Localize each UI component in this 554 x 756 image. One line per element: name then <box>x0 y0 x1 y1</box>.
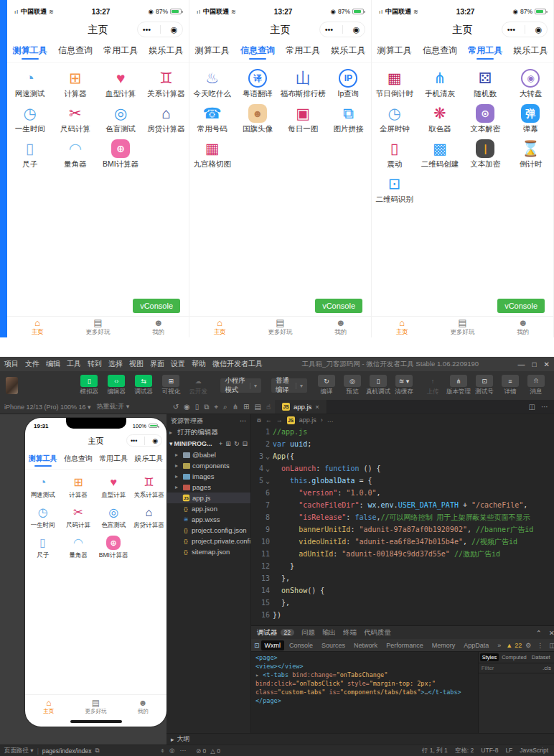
outline-section[interactable]: ▸ 大纲 <box>166 733 554 745</box>
grid-item-节日倒计时[interactable]: ▦节日倒计时 <box>372 66 417 101</box>
devtools-tab-AppData[interactable]: AppData <box>460 640 492 650</box>
详情-button[interactable]: ≡详情 <box>498 375 522 396</box>
wxml-line[interactable]: ▸ <t-tabs bind:change="onTabsChange" bin… <box>255 671 474 696</box>
grid-item-尺码计算[interactable]: ✂尺码计算 <box>60 503 95 533</box>
sim-tool-icon-4[interactable]: ⌖ <box>214 403 218 411</box>
grid-item-尺子[interactable]: ▯尺子 <box>25 533 60 563</box>
new-file-icon[interactable]: + <box>219 440 222 447</box>
device-selector[interactable]: iPhone 12/13 (Pro) 100% 16 ▾ <box>4 403 91 411</box>
wxml-line[interactable]: <page> <box>255 653 474 662</box>
sim-tool-icon-6[interactable]: ⋔ <box>233 403 238 411</box>
grid-item-二维码识别[interactable]: ⊡二维码识别 <box>372 172 417 207</box>
sim-tool-icon-5[interactable]: ⌕ <box>223 403 227 411</box>
grid-item-常用号码[interactable]: ☎常用号码 <box>189 101 235 136</box>
close-button[interactable]: ✕ <box>544 360 550 368</box>
menu-文件[interactable]: 文件 <box>25 359 39 369</box>
menu-capsule[interactable]: •••◉ <box>319 22 365 37</box>
模拟器-button[interactable]: ▯模拟器 <box>77 375 101 396</box>
grid-item-震动[interactable]: ▯震动 <box>372 136 417 172</box>
forward-icon[interactable]: → <box>276 416 283 424</box>
grid-item-大转盘[interactable]: ◉大转盘 <box>508 66 553 101</box>
tab-常用工具[interactable]: 常用工具 <box>98 42 144 62</box>
close-icon[interactable]: × <box>315 403 319 411</box>
sim-tool-icon-7[interactable]: ⊞ <box>243 403 249 411</box>
menu-设置[interactable]: 设置 <box>171 359 185 369</box>
current-page-path[interactable]: pages/index/index <box>42 747 92 755</box>
panel-tab-输出[interactable]: 输出 <box>322 628 336 638</box>
wxml-tree[interactable]: <page> <view></view>▸ <t-tabs bind:chang… <box>251 652 479 733</box>
devtools-tab-Memory[interactable]: Memory <box>428 640 459 650</box>
grid-item-弹幕[interactable]: 弹弹幕 <box>508 101 553 136</box>
grid-item-尺码计算[interactable]: ✂尺码计算 <box>52 101 98 136</box>
tab-测算工具[interactable]: 测算工具 <box>372 42 417 62</box>
grid-item-量角器[interactable]: ◠量角器 <box>60 533 95 563</box>
tabbar-item-更多好玩[interactable]: ▤更多好玩 <box>72 699 120 715</box>
tabbar-item-主页[interactable]: ⌂主页 <box>189 318 250 337</box>
breadcrumb-more[interactable]: … <box>327 416 334 424</box>
编译-button[interactable]: ↻编译 <box>314 375 339 396</box>
kebab-menu-icon[interactable]: ⋮ <box>535 642 545 649</box>
editor-tab-appjs[interactable]: JS app.js × <box>275 400 327 414</box>
copy-icon[interactable]: ⧉ <box>95 747 99 755</box>
menu-视图[interactable]: 视图 <box>129 359 144 369</box>
tab-娱乐工具[interactable]: 娱乐工具 <box>508 42 553 62</box>
cls-toggle[interactable]: .cls <box>543 665 551 671</box>
bookmark-icon[interactable]: ⧇ <box>257 416 261 424</box>
grid-item-文本解密[interactable]: ⊙文本解密 <box>463 101 508 136</box>
filter-input[interactable]: Filter <box>482 665 494 671</box>
sim-tool-icon-9[interactable]: ☝ <box>266 403 271 411</box>
file-components[interactable]: ▸components <box>166 460 250 471</box>
hot-reload-toggle[interactable]: 热重载:开 ▾ <box>97 402 130 411</box>
menu-capsule[interactable]: •••◉ <box>137 22 183 37</box>
menu-帮助[interactable]: 帮助 <box>192 359 206 369</box>
tab-信息查询[interactable]: 信息查询 <box>60 451 95 469</box>
tabbar-item-我的[interactable]: ☻我的 <box>493 318 553 337</box>
tab-信息查询[interactable]: 信息查询 <box>52 42 98 62</box>
grid-item-BMI计算器[interactable]: ⊕BMI计算器 <box>96 533 131 563</box>
styles-tab-Dataset[interactable]: Dataset <box>530 653 553 661</box>
预览-button[interactable]: ◎预览 <box>340 375 365 396</box>
menu-微信开发者工具[interactable]: 微信开发者工具 <box>212 359 263 369</box>
sim-tool-icon-2[interactable]: ▯ <box>195 403 199 411</box>
menu-界面[interactable]: 界面 <box>150 359 164 369</box>
panel-tab-终端[interactable]: 终端 <box>343 628 357 638</box>
grid-item-二维码创建[interactable]: ▩二维码创建 <box>417 136 462 172</box>
tabs-overflow-icon[interactable]: » <box>494 640 504 650</box>
tab-娱乐工具[interactable]: 娱乐工具 <box>326 42 371 62</box>
grid-item-血型计算[interactable]: ♥血型计算 <box>98 66 144 101</box>
tabbar-item-我的[interactable]: ☻我的 <box>128 318 189 337</box>
devtools-tab-Sources[interactable]: Sources <box>318 640 349 650</box>
测试号-button[interactable]: ⊡测试号 <box>472 375 497 396</box>
back-icon[interactable]: ← <box>266 416 272 424</box>
grid-item-全屏时钟[interactable]: ◷全屏时钟 <box>372 101 417 136</box>
tab-信息查询[interactable]: 信息查询 <box>235 42 280 62</box>
file-app.js[interactable]: JSapp.js <box>166 493 250 503</box>
tab-娱乐工具[interactable]: 娱乐工具 <box>144 42 189 62</box>
styles-tab-Computed[interactable]: Computed <box>499 653 529 661</box>
grid-item-倒计时[interactable]: ⌛倒计时 <box>508 136 553 172</box>
file-sitemap.json[interactable]: {}sitemap.json <box>166 546 250 557</box>
grid-item-每日一图[interactable]: ▣每日一图 <box>281 101 326 136</box>
grid-item-今天吃什么[interactable]: ♨今天吃什么 <box>189 66 235 101</box>
wxml-line[interactable]: <view></view> <box>255 662 474 671</box>
project-section-header[interactable]: ▾ MINIPROG... +⊞↻⊟ <box>166 438 250 449</box>
grid-item-血型计算[interactable]: ♥血型计算 <box>96 472 131 503</box>
tabbar-item-我的[interactable]: ☻我的 <box>311 318 371 337</box>
tabbar-item-更多好玩[interactable]: ▤更多好玩 <box>250 318 310 337</box>
status-item-1[interactable]: 空格: 2 <box>455 747 474 755</box>
code-editor[interactable]: 123⌄4⌄5⌄678910111213141516 //app.jsvar u… <box>251 426 554 625</box>
menu-capsule[interactable]: •••◉ <box>502 22 548 37</box>
wxml-line[interactable]: </page> <box>255 696 474 705</box>
vconsole-button[interactable]: vConsole <box>315 299 362 313</box>
dock-side-icon[interactable]: ◫ <box>547 642 554 649</box>
sim-tool-icon-0[interactable]: ↺ <box>173 403 179 411</box>
close-icon[interactable]: ✕ <box>549 629 554 637</box>
tab-测算工具[interactable]: 测算工具 <box>189 42 235 62</box>
file-project.config.json[interactable]: {}project.config.json <box>166 525 250 536</box>
file-app.json[interactable]: {}app.json <box>166 503 250 514</box>
more-actions-icon[interactable]: ⋯ <box>180 747 187 755</box>
grid-item-取色器[interactable]: ❋取色器 <box>417 101 462 136</box>
menu-工具[interactable]: 工具 <box>67 359 81 369</box>
tab-常用工具[interactable]: 常用工具 <box>281 42 326 62</box>
grid-item-色盲测试[interactable]: ◎色盲测试 <box>96 503 131 533</box>
